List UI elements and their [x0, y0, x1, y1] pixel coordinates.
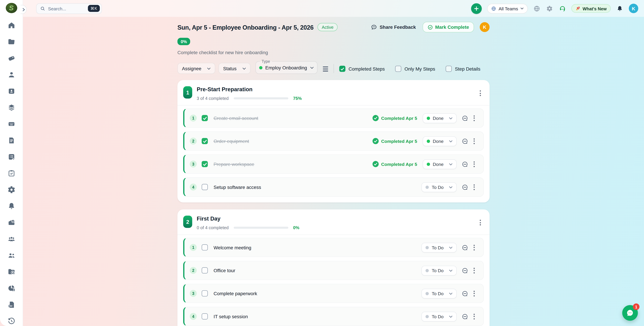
app-logo[interactable]: S	[6, 3, 17, 13]
sidebar-item-imports[interactable]	[6, 267, 16, 277]
user-avatar[interactable]: K	[629, 4, 638, 13]
comment-button[interactable]	[462, 313, 468, 320]
toggle-label: Step Details	[455, 66, 480, 71]
search-input[interactable]: Search... ⌘K	[36, 3, 102, 14]
overall-progress-badge: 0%	[178, 38, 190, 45]
sidebar-item-tags[interactable]	[6, 53, 16, 63]
language-button[interactable]	[533, 5, 541, 12]
step-checkbox-unchecked[interactable]	[202, 267, 208, 273]
status-dropdown[interactable]: Done	[422, 113, 457, 123]
mark-complete-button[interactable]: Mark Complete	[422, 22, 474, 32]
step-title: IT setup session	[214, 314, 248, 319]
checklist-description: Complete checklist for new hire onboardi…	[178, 50, 490, 55]
sidebar-item-templates[interactable]	[6, 119, 16, 129]
sidebar-item-settings[interactable]	[6, 185, 16, 195]
status-dropdown[interactable]: To Do	[422, 266, 457, 275]
sidebar-item-history[interactable]	[6, 316, 16, 326]
sidebar-item-contacts[interactable]	[6, 86, 16, 96]
step-number: 4	[190, 313, 197, 320]
comment-button[interactable]	[462, 115, 468, 121]
create-button[interactable]	[471, 3, 482, 14]
step-row[interactable]: 3 Prepare workspace Completed Apr 5 Done	[183, 154, 484, 174]
comment-button[interactable]	[462, 290, 468, 297]
layers-icon	[7, 104, 16, 112]
step-row[interactable]: 3 Complete paperwork To Do	[183, 284, 484, 303]
step-menu-button[interactable]	[472, 160, 477, 168]
step-menu-button[interactable]	[472, 289, 477, 298]
comment-button[interactable]	[462, 267, 468, 274]
sidebar-item-approvals[interactable]	[6, 218, 16, 228]
step-row[interactable]: 4 Setup software access To Do	[183, 178, 484, 197]
status-dropdown[interactable]: To Do	[422, 288, 457, 298]
sidebar-item-notifications[interactable]	[6, 201, 16, 211]
sidebar-nav: PDF	[6, 20, 16, 326]
sidebar-item-home[interactable]	[6, 20, 16, 30]
step-checkbox-checked[interactable]	[202, 138, 208, 144]
status-dropdown[interactable]: To Do	[422, 182, 457, 192]
step-menu-button[interactable]	[472, 136, 477, 146]
type-filter[interactable]: Type Employ Onboarding	[256, 59, 317, 74]
step-checkbox-checked[interactable]	[202, 115, 208, 121]
section-progress-text: 3 of 4 completed	[197, 96, 228, 100]
users-icon	[7, 251, 16, 260]
app-window: S PDF Search... ⌘K	[0, 0, 644, 326]
toggle-only-my-steps[interactable]: Only My Steps	[395, 66, 435, 72]
toggle-completed-steps[interactable]: Completed Steps	[339, 66, 385, 72]
step-number: 1	[190, 114, 197, 122]
toggle-step-details[interactable]: Step Details	[446, 66, 480, 72]
view-options-button[interactable]	[323, 66, 328, 72]
sidebar-item-users[interactable]	[6, 250, 16, 260]
step-checkbox-unchecked[interactable]	[202, 313, 208, 320]
step-row[interactable]: 1 Create email account Completed Apr 5 D…	[183, 108, 484, 128]
step-checkbox-unchecked[interactable]	[202, 244, 208, 250]
sidebar-item-reports[interactable]	[6, 283, 16, 293]
sidebar-item-tasks[interactable]	[6, 168, 16, 178]
step-row[interactable]: 1 Welcome meeting To Do	[183, 238, 484, 257]
step-menu-button[interactable]	[472, 312, 477, 321]
status-filter[interactable]: Status	[218, 63, 250, 74]
step-checkbox-checked[interactable]	[202, 161, 208, 167]
sidebar-item-pdf-export[interactable]: PDF	[6, 300, 16, 310]
teams-selector[interactable]: All Teams	[487, 4, 528, 13]
status-dot	[426, 140, 430, 143]
step-row[interactable]: 4 IT setup session To Do	[183, 307, 484, 326]
status-dropdown[interactable]: Done	[422, 136, 457, 146]
section-menu-button[interactable]	[478, 218, 483, 227]
sidebar-item-checklists[interactable]	[6, 152, 16, 162]
share-feedback-button[interactable]: Share Feedback	[371, 24, 416, 30]
comment-button[interactable]	[462, 244, 468, 251]
status-dropdown[interactable]: To Do	[422, 312, 457, 321]
team-icon	[7, 235, 16, 243]
step-menu-button[interactable]	[472, 114, 477, 122]
settings-button[interactable]	[546, 5, 554, 12]
step-menu-button[interactable]	[472, 266, 477, 275]
comment-button[interactable]	[462, 161, 468, 168]
section-title: Pre-Start Preparation	[197, 86, 478, 92]
notifications-button[interactable]	[616, 5, 624, 12]
status-dropdown[interactable]: Done	[422, 159, 457, 169]
status-dropdown[interactable]: To Do	[422, 242, 457, 252]
step-row[interactable]: 2 Order equipment Completed Apr 5 Done	[183, 131, 484, 151]
status-label: Done	[433, 116, 444, 120]
assignee-filter[interactable]: Assignee	[178, 63, 215, 74]
chat-launcher-button[interactable]: 1	[622, 305, 638, 321]
comment-button[interactable]	[462, 138, 468, 144]
support-button[interactable]	[559, 5, 566, 12]
sidebar-item-profile[interactable]	[6, 70, 16, 80]
step-checkbox-unchecked[interactable]	[202, 184, 208, 190]
comment-button[interactable]	[462, 184, 468, 190]
step-menu-button[interactable]	[472, 182, 477, 192]
sidebar-item-documents[interactable]	[6, 136, 16, 146]
checklist-icon	[7, 153, 16, 161]
completed-date-label: Completed Apr 5	[381, 116, 417, 120]
step-checkbox-unchecked[interactable]	[202, 290, 208, 296]
whats-new-button[interactable]: What's New	[572, 4, 611, 13]
sidebar-item-folders[interactable]	[6, 37, 16, 47]
sidebar-item-collections[interactable]	[6, 103, 16, 112]
section-menu-button[interactable]	[478, 89, 483, 98]
sidebar-item-teams[interactable]	[6, 234, 16, 244]
step-row[interactable]: 2 Office tour To Do	[183, 261, 484, 280]
step-menu-button[interactable]	[472, 243, 477, 252]
status-label: To Do	[432, 184, 444, 190]
owner-avatar[interactable]: K	[480, 22, 490, 32]
